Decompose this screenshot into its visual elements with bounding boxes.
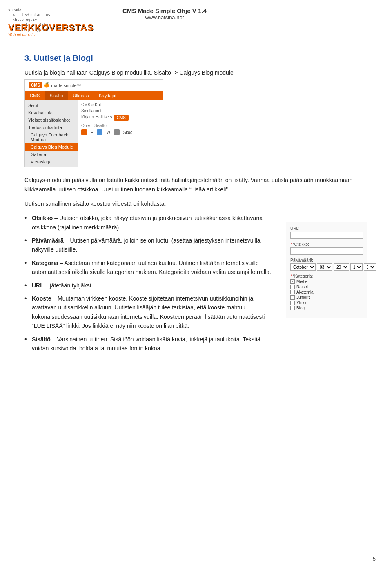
list-item-otsikko: Otsikko – Uutisen otsikko, joka näkyy et… xyxy=(24,214,274,232)
section-heading: Uutiset ja Blogi xyxy=(33,53,93,62)
page-number: 5 xyxy=(373,556,376,562)
logo-wrapper: <head> <title>Contact us <http-equiv <li… xyxy=(8,7,82,37)
form-date-label: Päivämäärä: xyxy=(290,258,363,263)
form-url-label: URL: xyxy=(290,226,363,231)
checkbox-juniorit-label: Juniorit xyxy=(296,295,310,300)
form-url-row: URL: xyxy=(290,226,363,239)
cms-ohje-row: Ohje Sisältö xyxy=(81,123,160,128)
cms-menu-feedback[interactable]: Calguyn Feedback Moduuli xyxy=(25,131,78,143)
cms-logo-text: made simple™ xyxy=(51,83,81,88)
cms-menu-tiedostonhallinta[interactable]: Tiedostonhallinta xyxy=(25,124,78,131)
list-item-url: URL – jätetään tyhjäksi xyxy=(24,281,274,290)
cms-icon-e: E xyxy=(81,129,94,135)
checkbox-blogi-box[interactable] xyxy=(290,306,295,310)
form-day-select[interactable]: 03 xyxy=(317,263,332,271)
cms-icon-w: W xyxy=(97,129,110,135)
desc-url: – jätetään tyhjäksi xyxy=(44,282,91,289)
checkbox-naiset-label: Naiset xyxy=(296,285,308,289)
cms-menu-sivut[interactable]: Sivut xyxy=(25,102,78,109)
checkbox-blogi: Blogi xyxy=(290,306,363,310)
bullet-list-col: Otsikko – Uutisen otsikko, joka näkyy et… xyxy=(24,214,274,357)
term-kooste: Kooste xyxy=(32,295,51,302)
cms-nav: CMS Sisältö Ulkoasu Käyttäjät xyxy=(25,91,163,100)
cms-main-area: CMS » Kot Sinulla on t Kirjann Hallitse … xyxy=(78,100,163,167)
checkbox-yleiset: Yleiset xyxy=(290,301,363,305)
term-sisalto: Sisältö xyxy=(32,336,51,343)
form-mockup: URL: *Otsikko: Päivämäärä: October 03 xyxy=(286,222,368,318)
list-item-sisalto: Sisältö – Varsinainen uutinen. Sisältöön… xyxy=(24,335,274,353)
checkbox-juniorit: Juniorit xyxy=(290,295,363,300)
desc-kategoria: – Asetetaan mihin kategoriaan uutinen ku… xyxy=(32,260,271,275)
desc-sisalto: – Varsinainen uutinen. Sisältöön voidaan… xyxy=(32,336,261,352)
cms-logo: CMS 🍊 made simple™ xyxy=(29,82,81,88)
bullet-list: Otsikko – Uutisen otsikko, joka näkyy et… xyxy=(24,214,274,353)
term-url: URL xyxy=(32,282,44,289)
checkbox-akatemia: Akatemia xyxy=(290,290,363,294)
cms-btn-row: Kirjann Hallitse s CMS xyxy=(81,115,160,121)
checkbox-naiset-box[interactable] xyxy=(290,285,295,289)
cms-body: Sivut Kuvahallinta Yleiset sisältöslohko… xyxy=(25,100,163,167)
site-title: CMS Made Simple Ohje V 1.4 xyxy=(122,7,207,14)
checkbox-miehet: Miehet xyxy=(290,279,363,284)
section-number: 3. xyxy=(24,53,31,62)
cms-menu-blog[interactable]: Calguys Blog Module xyxy=(25,143,78,151)
cms-menu-kuvahallinta[interactable]: Kuvahallinta xyxy=(25,109,78,116)
checkbox-naiset: Naiset xyxy=(290,285,363,289)
checkbox-miehet-label: Miehet xyxy=(296,279,309,284)
cms-logo-emoji: 🍊 xyxy=(44,82,49,88)
cms-breadcrumb: CMS » Kot xyxy=(81,102,160,107)
cms-nav-ulkoasu[interactable]: Ulkoasu xyxy=(68,91,94,100)
site-url: www.hatsina.net xyxy=(122,14,207,20)
desc-kooste: – Muutaman virkkeen kooste. Kooste sijoi… xyxy=(32,295,265,329)
intro-text: Uutisia ja blogia hallitaan Calguys Blog… xyxy=(24,69,368,76)
cms-menu-vieraskirja[interactable]: Vieraskirja xyxy=(25,158,78,165)
checkbox-yleiset-box[interactable] xyxy=(290,301,295,305)
cms-sisalto-label: Sisältö xyxy=(94,123,107,128)
desc-paivamaara: – Uutisen päivämäärä, jolloin se on luot… xyxy=(32,237,261,253)
term-paivamaara: Päivämäärä xyxy=(32,237,64,244)
cms-topbar: CMS 🍊 made simple™ xyxy=(25,80,163,91)
cms-kirjann-label: Kirjann xyxy=(81,115,94,121)
form-min-select[interactable]: 36 xyxy=(364,263,376,271)
cms-nav-cms[interactable]: CMS xyxy=(25,91,45,100)
cms-logo-orange: CMS xyxy=(29,82,42,88)
desc-otsikko: – Uutisen otsikko, joka näkyy etusivun j… xyxy=(32,215,263,230)
term-otsikko: Otsikko xyxy=(32,215,53,221)
checkbox-miehet-box[interactable] xyxy=(290,279,295,284)
cms-user-items: E W Skoc xyxy=(81,129,160,136)
form-otsikko-input[interactable] xyxy=(290,247,363,255)
list-item-kategoria: Kategoria – Asetetaan mihin kategoriaan … xyxy=(24,258,274,277)
checkbox-blogi-label: Blogi xyxy=(296,306,305,310)
form-date-inputs: October 03 2011 14 36 xyxy=(290,263,363,271)
logo-brand: VERKKOVERSTAS xyxy=(8,23,94,32)
form-kategoria-label: *Kategoria: xyxy=(290,274,363,278)
checkbox-juniorit-box[interactable] xyxy=(290,295,295,300)
cms-icon-s: Skoc xyxy=(114,129,132,135)
checkbox-akatemia-box[interactable] xyxy=(290,290,295,294)
form-otsikko-row: *Otsikko: xyxy=(290,242,363,255)
logo-sub: Web-nikkarointi a xyxy=(8,33,94,37)
logo-area: <head> <title>Contact us <http-equiv <li… xyxy=(8,7,90,37)
form-year-select[interactable]: 2011 xyxy=(334,263,349,271)
cms-menu-yleiset[interactable]: Yleiset sisältöslohkot xyxy=(25,116,78,124)
header-title-block: CMS Made Simple Ohje V 1.4 www.hatsina.n… xyxy=(122,7,207,20)
form-date-row: Päivämäärä: October 03 2011 14 3 xyxy=(290,258,363,271)
checkbox-akatemia-label: Akatemia xyxy=(296,290,314,294)
cms-nav-sisalto[interactable]: Sisältö xyxy=(45,91,68,100)
body-para2: Uutisen sanallinen sisältö koostuu viide… xyxy=(24,199,368,209)
list-item-paivamaara: Päivämäärä – Uutisen päivämäärä, jolloin… xyxy=(24,236,274,254)
bullet-section: Otsikko – Uutisen otsikko, joka näkyy et… xyxy=(24,214,368,357)
logo-brand-wrapper: VERKKOVERSTAS Web-nikkarointi a xyxy=(8,23,94,37)
cms-screenshot: CMS 🍊 made simple™ CMS Sisältö Ulkoasu K… xyxy=(24,79,163,167)
form-hour-select[interactable]: 14 xyxy=(350,263,363,271)
form-url-input[interactable] xyxy=(290,232,363,239)
page-header: <head> <title>Contact us <http-equiv <li… xyxy=(0,0,392,41)
cms-info-sinulla: Sinulla on t xyxy=(81,109,160,113)
cms-menu-galleria[interactable]: Galleria xyxy=(25,151,78,158)
cms-sidebar: Sivut Kuvahallinta Yleiset sisältöslohko… xyxy=(25,100,78,167)
cms-cms-button[interactable]: CMS xyxy=(114,115,129,121)
form-month-select[interactable]: October xyxy=(290,263,316,271)
cms-nav-kayttajat[interactable]: Käyttäjät xyxy=(94,91,121,100)
main-content: 3. Uutiset ja Blogi Uutisia ja blogia ha… xyxy=(0,41,392,381)
term-kategoria: Kategoria xyxy=(32,260,58,266)
